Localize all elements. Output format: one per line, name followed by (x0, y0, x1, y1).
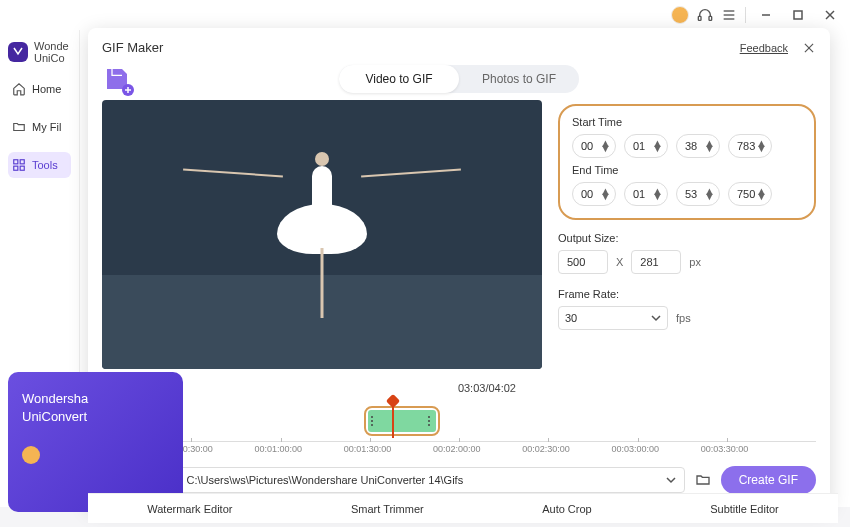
output-size-label: Output Size: (558, 232, 816, 244)
selection-highlight-box (364, 406, 440, 436)
end-time-label: End Time (572, 164, 802, 176)
svg-rect-10 (20, 160, 24, 164)
promo-card[interactable]: Wondersha UniConvert (8, 372, 183, 512)
avatar[interactable] (671, 6, 689, 24)
tool-smart-trimmer[interactable]: Smart Trimmer (351, 503, 424, 515)
menu-icon[interactable] (721, 7, 737, 23)
time-display: 03:03/04:02 (458, 382, 816, 394)
file-location-select[interactable]: C:\Users\ws\Pictures\Wondershare UniConv… (177, 467, 684, 493)
tool-auto-crop[interactable]: Auto Crop (542, 503, 592, 515)
tab-video-to-gif[interactable]: Video to GIF (339, 65, 459, 93)
app-logo-icon (8, 42, 28, 62)
sidebar-item-files[interactable]: My Fil (8, 114, 71, 140)
start-min-input[interactable]: 01▲▼ (624, 134, 668, 158)
svg-rect-1 (709, 16, 712, 20)
brand-line1: Wonde (34, 40, 69, 52)
start-ms-input[interactable]: 783▲▼ (728, 134, 772, 158)
end-min-input[interactable]: 01▲▼ (624, 182, 668, 206)
close-icon[interactable] (802, 41, 816, 55)
open-folder-icon[interactable] (695, 472, 711, 488)
output-width-input[interactable]: 500 (558, 250, 608, 274)
playhead[interactable] (392, 400, 394, 438)
chevron-down-icon (651, 313, 661, 323)
size-unit: px (689, 256, 701, 268)
brand: Wonde UniCo (8, 40, 71, 64)
home-icon (12, 82, 26, 96)
headset-icon[interactable] (697, 7, 713, 23)
maximize-button[interactable] (786, 3, 810, 27)
bottom-tool-strip: Watermark Editor Smart Trimmer Auto Crop… (88, 493, 838, 523)
chevron-down-icon (666, 475, 676, 485)
svg-rect-9 (14, 160, 18, 164)
start-sec-input[interactable]: 38▲▼ (676, 134, 720, 158)
tab-photos-to-gif[interactable]: Photos to GIF (459, 65, 579, 93)
selection-range[interactable] (368, 410, 436, 432)
svg-rect-6 (794, 11, 802, 19)
end-hour-input[interactable]: 00▲▼ (572, 182, 616, 206)
end-sec-input[interactable]: 53▲▼ (676, 182, 720, 206)
svg-rect-0 (698, 16, 701, 20)
panel-title: GIF Maker (102, 40, 163, 55)
framerate-unit: fps (676, 312, 691, 324)
framerate-select[interactable]: 30 (558, 306, 668, 330)
timeline-tick: 00:03:30:00 (727, 442, 816, 457)
folder-icon (12, 120, 26, 134)
output-height-input[interactable]: 281 (631, 250, 681, 274)
sidebar-item-label: Home (32, 83, 61, 95)
range-handle-left[interactable] (371, 411, 376, 431)
tools-icon (12, 158, 26, 172)
mode-segmented-control: Video to GIF Photos to GIF (339, 65, 579, 93)
gif-maker-panel: GIF Maker Feedback Video to GIF Photos t… (88, 28, 830, 508)
video-preview[interactable] (102, 100, 542, 369)
tool-watermark-editor[interactable]: Watermark Editor (147, 503, 232, 515)
time-range-group: Start Time 00▲▼ 01▲▼ 38▲▼ 783▲▼ End Time… (558, 104, 816, 220)
brand-line2: UniCo (34, 52, 69, 64)
sidebar-item-label: My Fil (32, 121, 61, 133)
sidebar-item-tools[interactable]: Tools (8, 152, 71, 178)
close-window-button[interactable] (818, 3, 842, 27)
range-handle-right[interactable] (428, 411, 433, 431)
svg-rect-12 (20, 166, 24, 170)
create-gif-button[interactable]: Create GIF (721, 466, 816, 494)
promo-dot-icon (22, 446, 40, 464)
timeline[interactable]: 00:00:00:0000:00:30:0000:01:00:0000:01:3… (102, 402, 816, 457)
minimize-button[interactable] (754, 3, 778, 27)
svg-rect-11 (14, 166, 18, 170)
feedback-link[interactable]: Feedback (740, 42, 788, 54)
start-hour-input[interactable]: 00▲▼ (572, 134, 616, 158)
promo-line2: UniConvert (22, 408, 169, 426)
framerate-label: Frame Rate: (558, 288, 816, 300)
tool-subtitle-editor[interactable]: Subtitle Editor (710, 503, 778, 515)
end-ms-input[interactable]: 750▲▼ (728, 182, 772, 206)
sidebar-item-label: Tools (32, 159, 58, 171)
add-file-button[interactable] (102, 64, 132, 94)
start-time-label: Start Time (572, 116, 802, 128)
size-separator: X (616, 256, 623, 268)
promo-line1: Wondersha (22, 390, 169, 408)
sidebar-item-home[interactable]: Home (8, 76, 71, 102)
